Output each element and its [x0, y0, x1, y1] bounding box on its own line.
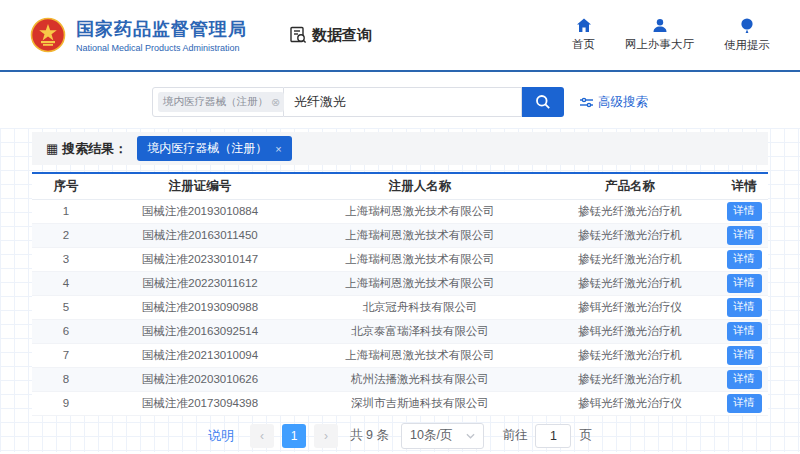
- cell-reg_no: 国械注准20203010626: [100, 367, 300, 391]
- cell-no: 4: [32, 271, 100, 295]
- content: 国家药监局NMPA 国家药监局NMPA 国家药监局NMPA 国家药监局NMPA …: [0, 72, 800, 452]
- page-size-value: 10条/页: [410, 427, 452, 444]
- col-header-registrant: 注册人名称: [300, 173, 540, 199]
- detail-button[interactable]: 详情: [727, 226, 762, 245]
- table-row: 4国械注准20223011612上海瑞柯恩激光技术有限公司掺铥光纤激光治疗机详情: [32, 271, 768, 295]
- cell-product: 掺铥光纤激光治疗机: [540, 199, 720, 223]
- cell-product: 掺铥光纤激光治疗机: [540, 271, 720, 295]
- nmpa-emblem-logo: [30, 17, 66, 53]
- cell-reg_no: 国械注准20223011612: [100, 271, 300, 295]
- next-page-button[interactable]: ›: [314, 424, 338, 448]
- tag-clear-icon[interactable]: ⊗: [271, 97, 280, 108]
- search-results-bar: ▦ 搜索结果： 境内医疗器械（注册） ×: [32, 132, 768, 165]
- table-row: 9国械注准20173094398深圳市吉斯迪科技有限公司掺铒光纤激光治疗仪详情: [32, 391, 768, 415]
- col-header-detail: 详情: [720, 173, 768, 199]
- cell-detail: 详情: [720, 247, 768, 271]
- note-link[interactable]: 说明: [208, 427, 234, 445]
- cell-detail: 详情: [720, 295, 768, 319]
- table-row: 2国械注准20163011450上海瑞柯恩激光技术有限公司掺铥光纤激光治疗机详情: [32, 223, 768, 247]
- nav-item-home[interactable]: 首页: [572, 18, 595, 52]
- prev-page-button[interactable]: ‹: [250, 424, 274, 448]
- search-input[interactable]: [284, 87, 522, 117]
- nmpa-data-query-page: 国家药品监督管理局 National Medical Products Admi…: [0, 0, 800, 454]
- col-header-no: 序号: [32, 173, 100, 199]
- results-table: 序号 注册证编号 注册人名称 产品名称 详情 1国械注准20193010884上…: [32, 172, 768, 416]
- category-tag-label: 境内医疗器械（注册）: [163, 95, 268, 109]
- cell-detail: 详情: [720, 391, 768, 415]
- table-row: 3国械注准20233010147上海瑞柯恩激光技术有限公司掺铥光纤激光治疗机详情: [32, 247, 768, 271]
- search-icon: [535, 94, 551, 110]
- advanced-search-label: 高级搜索: [598, 94, 648, 111]
- app-title-label: 数据查询: [312, 26, 372, 45]
- cell-reg_no: 国械注准20193090988: [100, 295, 300, 319]
- detail-button[interactable]: 详情: [727, 346, 762, 365]
- category-select[interactable]: 境内医疗器械（注册） ⊗: [152, 87, 284, 117]
- page-size-select[interactable]: 10条/页: [401, 423, 484, 449]
- cell-registrant: 北京泰富瑞泽科技有限公司: [300, 319, 540, 343]
- detail-button[interactable]: 详情: [727, 250, 762, 269]
- data-query-icon: [289, 26, 307, 44]
- org-name-block: 国家药品监督管理局 National Medical Products Admi…: [76, 17, 247, 53]
- cell-registrant: 深圳市吉斯迪科技有限公司: [300, 391, 540, 415]
- cell-detail: 详情: [720, 199, 768, 223]
- tag-close-icon[interactable]: ×: [275, 143, 281, 155]
- cell-detail: 详情: [720, 223, 768, 247]
- cell-product: 掺铒光纤激光治疗机: [540, 319, 720, 343]
- cell-reg_no: 国械注准20193010884: [100, 199, 300, 223]
- cell-registrant: 北京冠舟科技有限公司: [300, 295, 540, 319]
- filter-tag[interactable]: 境内医疗器械（注册） ×: [137, 136, 291, 161]
- cell-reg_no: 国械注准20213010094: [100, 343, 300, 367]
- cell-registrant: 杭州法播激光科技有限公司: [300, 367, 540, 391]
- user-icon: [652, 18, 668, 33]
- search-bar: 境内医疗器械（注册） ⊗: [0, 72, 800, 117]
- cell-registrant: 上海瑞柯恩激光技术有限公司: [300, 247, 540, 271]
- cell-no: 3: [32, 247, 100, 271]
- cell-no: 8: [32, 367, 100, 391]
- cell-detail: 详情: [720, 319, 768, 343]
- cell-reg_no: 国械注准20173094398: [100, 391, 300, 415]
- nav-label: 使用提示: [724, 38, 770, 53]
- table-row: 5国械注准20193090988北京冠舟科技有限公司掺铒光纤激光治疗仪详情: [32, 295, 768, 319]
- tip-icon: [740, 18, 754, 34]
- cell-registrant: 上海瑞柯恩激光技术有限公司: [300, 199, 540, 223]
- header: 国家药品监督管理局 National Medical Products Admi…: [0, 0, 800, 72]
- total-count-label: 共 9 条: [350, 427, 389, 444]
- table-row: 6国械注准20163092514北京泰富瑞泽科技有限公司掺铒光纤激光治疗机详情: [32, 319, 768, 343]
- search-button[interactable]: [522, 87, 564, 117]
- grid-icon: ▦: [46, 141, 58, 156]
- cell-detail: 详情: [720, 343, 768, 367]
- detail-button[interactable]: 详情: [727, 394, 762, 413]
- cell-no: 5: [32, 295, 100, 319]
- category-tag: 境内医疗器械（注册） ⊗: [158, 92, 284, 112]
- detail-button[interactable]: 详情: [727, 370, 762, 389]
- page-1-button[interactable]: 1: [282, 424, 306, 448]
- nav-item-tips[interactable]: 使用提示: [724, 18, 770, 53]
- detail-button[interactable]: 详情: [727, 202, 762, 221]
- col-header-product: 产品名称: [540, 173, 720, 199]
- cell-registrant: 上海瑞柯恩激光技术有限公司: [300, 343, 540, 367]
- cell-product: 掺铥光纤激光治疗机: [540, 247, 720, 271]
- cell-no: 9: [32, 391, 100, 415]
- results-label: 搜索结果：: [62, 140, 127, 158]
- cell-product: 掺铥光纤激光治疗机: [540, 343, 720, 367]
- cell-registrant: 上海瑞柯恩激光技术有限公司: [300, 271, 540, 295]
- table-row: 1国械注准20193010884上海瑞柯恩激光技术有限公司掺铥光纤激光治疗机详情: [32, 199, 768, 223]
- cell-no: 6: [32, 319, 100, 343]
- cell-reg_no: 国械注准20163011450: [100, 223, 300, 247]
- nav-item-service-hall[interactable]: 网上办事大厅: [625, 18, 694, 52]
- app-title: 数据查询: [289, 26, 372, 45]
- detail-button[interactable]: 详情: [727, 298, 762, 317]
- detail-button[interactable]: 详情: [727, 322, 762, 341]
- cell-no: 2: [32, 223, 100, 247]
- cell-product: 掺铥光纤激光治疗机: [540, 367, 720, 391]
- goto-label: 前往: [502, 427, 527, 444]
- detail-button[interactable]: 详情: [727, 274, 762, 293]
- nav-label: 网上办事大厅: [625, 37, 694, 52]
- goto-page-input[interactable]: [535, 424, 571, 448]
- goto-suffix: 页: [579, 427, 592, 444]
- advanced-search-link[interactable]: 高级搜索: [580, 94, 648, 111]
- header-nav: 首页 网上办事大厅 使用提示: [572, 18, 770, 53]
- table-header: 序号 注册证编号 注册人名称 产品名称 详情: [32, 173, 768, 199]
- cell-reg_no: 国械注准20233010147: [100, 247, 300, 271]
- cell-detail: 详情: [720, 271, 768, 295]
